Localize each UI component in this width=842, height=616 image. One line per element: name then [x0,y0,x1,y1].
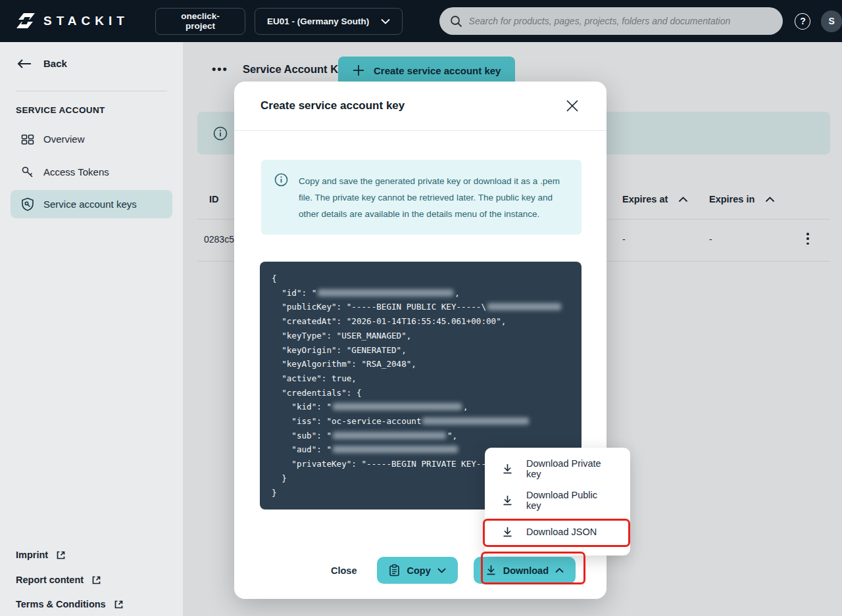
column-header-id[interactable]: ID [209,194,219,204]
sidebar-item-label: Service account keys [43,199,137,210]
sidebar-item-label: Overview [43,133,85,145]
plus-icon [353,64,364,76]
back-label: Back [43,58,67,69]
clipboard-icon [389,564,400,577]
key-icon [21,166,34,179]
close-button[interactable]: Close [331,565,357,576]
menu-item-download-public-key[interactable]: Download Public key [485,485,630,516]
modal-info-text: Copy and save the generated private key … [299,173,567,235]
create-service-account-key-button[interactable]: Create service account key [338,57,515,84]
chevron-down-icon [437,568,446,573]
info-icon [213,126,228,141]
menu-item-label: Download JSON [526,527,597,537]
sort-asc-icon[interactable] [765,197,775,202]
download-button[interactable]: Download [474,557,576,584]
terms-conditions-label: Terms & Conditions [16,599,106,609]
sidebar-section-title: SERVICE ACCOUNT [16,105,105,115]
sidebar-item-overview[interactable]: Overview [11,125,172,153]
search-icon [450,15,462,28]
arrow-left-icon [17,59,32,68]
report-content-link[interactable]: Report content [16,575,101,585]
copy-button-label: Copy [407,565,430,576]
download-icon [502,527,513,538]
redacted-value [487,303,561,310]
project-selector-button[interactable]: oneclick-project [155,8,245,35]
terms-conditions-link[interactable]: Terms & Conditions [16,599,124,609]
create-button-label: Create service account key [374,65,501,76]
search-input[interactable] [469,16,773,26]
imprint-label: Imprint [16,550,48,560]
sidebar-item-service-account-keys[interactable]: Service account keys [11,190,172,218]
external-link-icon [114,600,124,609]
menu-item-download-private-key[interactable]: Download Private key [485,453,630,485]
stackit-logo[interactable]: STACKIT [16,11,129,31]
sidebar-item-label: Access Tokens [43,166,109,178]
copy-button[interactable]: Copy [377,557,457,584]
external-link-icon [56,550,66,560]
brand-name: STACKIT [43,14,129,28]
cell-expires-in: - [709,234,712,245]
sidebar-item-access-tokens[interactable]: Access Tokens [11,158,172,186]
redacted-value [422,417,529,425]
menu-item-label: Download Private key [526,458,613,479]
redacted-value [333,403,462,410]
menu-item-label: Download Public key [526,490,613,511]
modal-info-box: Copy and save the generated private key … [261,160,582,235]
download-button-label: Download [503,565,549,576]
redacted-value [333,446,458,453]
redacted-value [333,432,446,439]
cell-expires-at: - [622,234,626,245]
region-select-value: EU01 - (Germany South) [267,16,369,26]
modal-title: Create service account key [260,99,405,112]
help-icon[interactable]: ? [795,13,810,30]
overflow-menu-icon[interactable]: ••• [212,62,228,76]
stackit-logo-icon [16,11,36,31]
user-avatar[interactable]: S [821,11,842,32]
chevron-down-icon [381,18,390,24]
sidebar: Back SERVICE ACCOUNT Overview Access Tok… [0,42,183,616]
close-icon[interactable] [564,98,580,114]
menu-item-download-json[interactable]: Download JSON [485,516,630,548]
download-icon [485,565,497,576]
row-kebab-menu-icon[interactable] [801,231,814,246]
report-content-label: Report content [16,575,84,585]
global-search[interactable] [439,7,783,35]
download-menu: Download Private key Download Public key… [485,448,630,556]
column-header-expires-in[interactable]: Expires in [709,194,775,204]
sort-asc-icon[interactable] [678,197,688,202]
imprint-link[interactable]: Imprint [16,550,66,560]
shield-key-icon [21,197,34,211]
sidebar-divider [16,91,167,91]
top-bar: STACKIT oneclick-project EU01 - (Germany… [0,0,842,42]
external-link-icon [91,575,101,585]
region-select[interactable]: EU01 - (Germany South) [255,8,403,35]
chevron-up-icon [555,568,564,573]
back-button[interactable]: Back [17,58,67,69]
info-icon [274,173,288,235]
cell-id: 0283c5 [204,234,234,245]
redacted-value [318,289,453,296]
download-icon [502,463,513,475]
column-header-expires-at[interactable]: Expires at [622,194,688,204]
grid-icon [21,133,34,146]
download-icon [502,495,513,506]
